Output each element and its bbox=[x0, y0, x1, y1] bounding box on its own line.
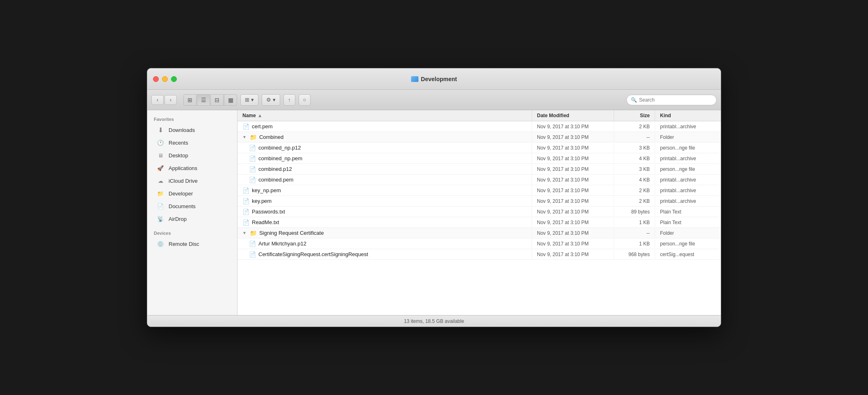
desktop-icon: 🖥 bbox=[156, 151, 164, 159]
window-title: Development bbox=[421, 76, 457, 82]
file-cell-name: 📄 key_np.pem bbox=[238, 186, 532, 195]
file-cell-kind: Folder bbox=[655, 133, 721, 142]
table-row[interactable]: 📄 cert.pem Nov 9, 2017 at 3:10 PM 2 KB p… bbox=[238, 121, 721, 132]
document-icon: 📄 bbox=[242, 219, 249, 226]
search-box[interactable]: 🔍 bbox=[626, 95, 717, 105]
search-input[interactable] bbox=[639, 97, 712, 103]
list-view-icon: ☰ bbox=[201, 97, 206, 103]
sidebar-item-label: Documents bbox=[169, 203, 196, 209]
action-button[interactable]: ⚙ ▾ bbox=[262, 94, 280, 106]
gear-icon: ⚙ bbox=[266, 97, 271, 103]
cover-view-button[interactable]: ▦ bbox=[224, 94, 237, 106]
file-cell-size: -- bbox=[614, 133, 655, 142]
table-row[interactable]: 📄 Passwords.txt Nov 9, 2017 at 3:10 PM 8… bbox=[238, 207, 721, 217]
file-name: key.pem bbox=[252, 198, 272, 204]
disclosure-triangle[interactable]: ▼ bbox=[242, 135, 247, 139]
sidebar-item-icloud[interactable]: ☁ iCloud Drive bbox=[150, 175, 235, 187]
document-icon: 📄 bbox=[249, 241, 256, 247]
table-row[interactable]: 📄 combined.p12 Nov 9, 2017 at 3:10 PM 3 … bbox=[238, 164, 721, 175]
disclosure-triangle[interactable]: ▼ bbox=[242, 231, 247, 235]
file-name: combined_np.pem bbox=[258, 155, 302, 161]
main-content: Favorites ⬇ Downloads 🕐 Recents 🖥 Deskto… bbox=[147, 110, 721, 315]
share-icon: ↑ bbox=[288, 97, 291, 103]
group-icon: ⊞ bbox=[245, 97, 249, 103]
file-cell-size: 1 KB bbox=[614, 239, 655, 248]
back-icon: ‹ bbox=[157, 97, 158, 103]
column-header-date[interactable]: Date Modified bbox=[532, 110, 614, 121]
sidebar-item-developer[interactable]: 📁 Developer bbox=[150, 187, 235, 200]
table-row[interactable]: ▼ 📁 Combined Nov 9, 2017 at 3:10 PM -- F… bbox=[238, 132, 721, 143]
favorites-label: Favorites bbox=[147, 114, 237, 123]
maximize-button[interactable] bbox=[171, 76, 177, 82]
forward-icon: › bbox=[170, 97, 171, 103]
file-cell-name: 📄 Passwords.txt bbox=[238, 207, 532, 217]
folder-icon: 📁 bbox=[250, 134, 257, 141]
file-cell-date: Nov 9, 2017 at 3:10 PM bbox=[532, 218, 614, 227]
file-cell-size: 3 KB bbox=[614, 165, 655, 174]
column-header-size[interactable]: Size bbox=[614, 110, 655, 121]
traffic-lights bbox=[153, 76, 177, 82]
table-row[interactable]: 📄 combined.pem Nov 9, 2017 at 3:10 PM 4 … bbox=[238, 175, 721, 185]
icon-view-button[interactable]: ⊞ bbox=[183, 94, 196, 106]
table-row[interactable]: 📄 combined_np.p12 Nov 9, 2017 at 3:10 PM… bbox=[238, 143, 721, 153]
document-icon: 📄 bbox=[249, 166, 256, 173]
sidebar-item-downloads[interactable]: ⬇ Downloads bbox=[150, 124, 235, 136]
table-row[interactable]: ▼ 📁 Signing Request Certificate Nov 9, 2… bbox=[238, 228, 721, 238]
sidebar-item-label: Applications bbox=[169, 165, 197, 171]
file-name: Signing Request Certificate bbox=[259, 230, 324, 236]
minimize-button[interactable] bbox=[162, 76, 168, 82]
file-list-area: Name ▲ Date Modified Size Kind 📄 cert.pe… bbox=[238, 110, 721, 315]
file-name: Artur Mkrtchyan.p12 bbox=[258, 241, 306, 247]
forward-button[interactable]: › bbox=[164, 95, 177, 105]
file-cell-kind: person...nge file bbox=[655, 165, 721, 174]
sidebar: Favorites ⬇ Downloads 🕐 Recents 🖥 Deskto… bbox=[147, 110, 238, 315]
cover-view-icon: ▦ bbox=[228, 97, 233, 103]
icloud-icon: ☁ bbox=[156, 177, 164, 185]
file-cell-date: Nov 9, 2017 at 3:10 PM bbox=[532, 250, 614, 259]
table-row[interactable]: 📄 key_np.pem Nov 9, 2017 at 3:10 PM 2 KB… bbox=[238, 185, 721, 196]
file-name: key_np.pem bbox=[252, 187, 281, 193]
sidebar-item-applications[interactable]: 🚀 Applications bbox=[150, 162, 235, 174]
finder-window: Development ‹ › ⊞ ☰ ⊟ ▦ bbox=[147, 68, 721, 327]
file-cell-name: 📄 CertificateSigningRequest.certSigningR… bbox=[238, 250, 532, 259]
sidebar-item-desktop[interactable]: 🖥 Desktop bbox=[150, 149, 235, 161]
file-cell-date: Nov 9, 2017 at 3:10 PM bbox=[532, 186, 614, 195]
document-icon: 📄 bbox=[249, 177, 256, 183]
file-cell-size: 2 KB bbox=[614, 122, 655, 131]
file-cell-size: 2 KB bbox=[614, 197, 655, 206]
list-view-button[interactable]: ☰ bbox=[197, 94, 210, 106]
file-cell-size: 2 KB bbox=[614, 186, 655, 195]
sidebar-item-label: AirDrop bbox=[169, 216, 187, 222]
file-name: CertificateSigningRequest.certSigningReq… bbox=[258, 251, 368, 257]
file-cell-date: Nov 9, 2017 at 3:10 PM bbox=[532, 154, 614, 163]
sidebar-item-airdrop[interactable]: 📡 AirDrop bbox=[150, 213, 235, 225]
file-cell-name: 📄 cert.pem bbox=[238, 122, 532, 132]
share-button[interactable]: ↑ bbox=[283, 94, 295, 106]
file-cell-kind: printabl...archive bbox=[655, 197, 721, 206]
table-row[interactable]: 📄 ReadMe.txt Nov 9, 2017 at 3:10 PM 1 KB… bbox=[238, 217, 721, 228]
column-view-button[interactable]: ⊟ bbox=[210, 94, 224, 106]
sidebar-item-recents[interactable]: 🕐 Recents bbox=[150, 136, 235, 149]
file-name: Passwords.txt bbox=[252, 209, 285, 215]
group-by-button[interactable]: ⊞ ▾ bbox=[240, 94, 258, 106]
file-cell-kind: certSig...equest bbox=[655, 250, 721, 259]
close-button[interactable] bbox=[153, 76, 159, 82]
search-icon: 🔍 bbox=[631, 97, 637, 103]
applications-icon: 🚀 bbox=[156, 164, 164, 172]
file-name: combined.p12 bbox=[258, 166, 292, 172]
table-row[interactable]: 📄 CertificateSigningRequest.certSigningR… bbox=[238, 249, 721, 260]
file-cell-size: 3 KB bbox=[614, 143, 655, 152]
file-cell-name: ▼ 📁 Combined bbox=[238, 132, 532, 142]
sidebar-item-remote-disc[interactable]: 💿 Remote Disc bbox=[150, 238, 235, 250]
table-row[interactable]: 📄 key.pem Nov 9, 2017 at 3:10 PM 2 KB pr… bbox=[238, 196, 721, 207]
tag-button[interactable]: ○ bbox=[299, 94, 311, 106]
file-cell-date: Nov 9, 2017 at 3:10 PM bbox=[532, 207, 614, 216]
file-cell-name: 📄 key.pem bbox=[238, 196, 532, 206]
table-row[interactable]: 📄 combined_np.pem Nov 9, 2017 at 3:10 PM… bbox=[238, 153, 721, 164]
column-header-name[interactable]: Name ▲ bbox=[238, 110, 532, 121]
sidebar-item-documents[interactable]: 📄 Documents bbox=[150, 200, 235, 212]
downloads-icon: ⬇ bbox=[156, 126, 164, 134]
table-row[interactable]: 📄 Artur Mkrtchyan.p12 Nov 9, 2017 at 3:1… bbox=[238, 238, 721, 249]
back-button[interactable]: ‹ bbox=[151, 95, 164, 105]
column-header-kind[interactable]: Kind bbox=[655, 110, 721, 121]
